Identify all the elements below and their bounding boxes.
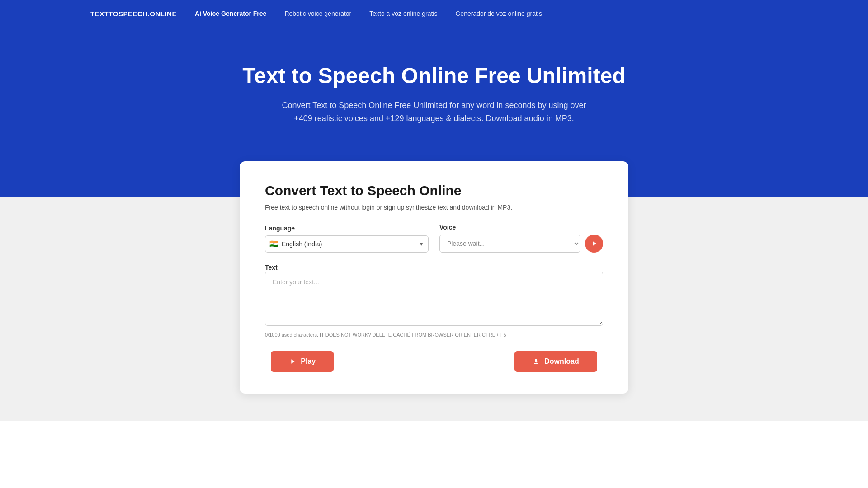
- play-icon: [289, 358, 296, 365]
- navbar: TEXTTOSPEECH.ONLINE Ai Voice Generator F…: [0, 0, 868, 27]
- voice-label: Voice: [439, 224, 603, 231]
- download-button-label: Download: [544, 357, 579, 366]
- language-select-wrapper: 🇮🇳 English (India) ▼: [265, 235, 429, 253]
- text-label: Text: [265, 264, 278, 271]
- converter-description: Free text to speech online without login…: [265, 204, 603, 211]
- play-button[interactable]: Play: [271, 351, 334, 372]
- nav-link-ai-voice[interactable]: Ai Voice Generator Free: [195, 10, 266, 17]
- fields-row: Language 🇮🇳 English (India) ▼ Voice Plea…: [265, 224, 603, 253]
- voice-field-group: Voice Please wait...: [439, 224, 603, 253]
- main-content: Convert Text to Speech Online Free text …: [0, 197, 868, 421]
- text-field-group: Text 0/1000 used characters. IT DOES NOT…: [265, 263, 603, 339]
- download-icon: [533, 358, 540, 365]
- play-button-label: Play: [301, 357, 316, 366]
- download-button[interactable]: Download: [514, 351, 597, 372]
- language-field-group: Language 🇮🇳 English (India) ▼: [265, 225, 429, 253]
- voice-preview-button[interactable]: [585, 235, 603, 253]
- char-info: 0/1000 used characters. IT DOES NOT WORK…: [265, 331, 603, 339]
- hero-title: Text to Speech Online Free Unlimited: [90, 63, 778, 88]
- converter-card: Convert Text to Speech Online Free text …: [240, 161, 628, 394]
- nav-link-texto[interactable]: Texto a voz online gratis: [369, 10, 437, 17]
- hero-subtitle: Convert Text to Speech Online Free Unlim…: [276, 99, 592, 125]
- voice-row: Please wait...: [439, 235, 603, 253]
- nav-link-generador[interactable]: Generador de voz online gratis: [455, 10, 542, 17]
- nav-link-robotic[interactable]: Robotic voice generator: [284, 10, 351, 17]
- language-label: Language: [265, 225, 429, 232]
- language-select[interactable]: English (India): [265, 235, 429, 253]
- converter-title: Convert Text to Speech Online: [265, 183, 603, 198]
- buttons-row: Play Download: [265, 351, 603, 372]
- nav-brand[interactable]: TEXTTOSPEECH.ONLINE: [90, 10, 177, 18]
- voice-select[interactable]: Please wait...: [439, 235, 580, 253]
- text-input[interactable]: [265, 272, 603, 326]
- play-triangle-icon: [590, 239, 598, 248]
